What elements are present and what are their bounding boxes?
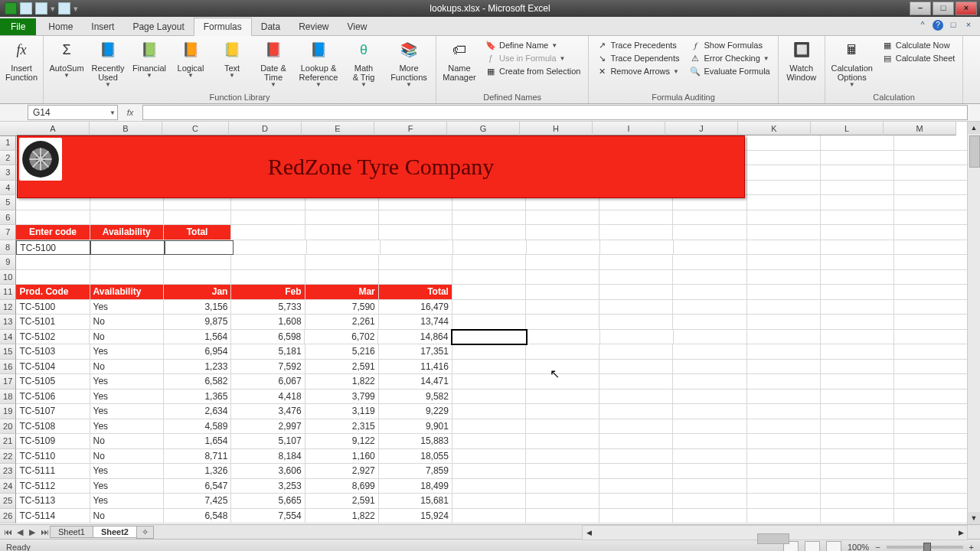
cell[interactable] xyxy=(526,479,599,494)
row-header[interactable]: 16 xyxy=(0,360,16,375)
cell[interactable] xyxy=(526,344,599,360)
cell[interactable] xyxy=(821,195,894,210)
cell[interactable]: 1,564 xyxy=(164,330,232,345)
cell[interactable] xyxy=(305,210,379,226)
col-header-L[interactable]: L xyxy=(811,122,884,135)
cell[interactable]: 13,744 xyxy=(379,315,452,330)
cell[interactable] xyxy=(821,449,894,465)
cell[interactable] xyxy=(599,464,673,479)
cell[interactable] xyxy=(599,210,673,226)
name-box[interactable]: G14▼ xyxy=(28,105,118,120)
cell[interactable]: TC-5113 xyxy=(16,494,90,509)
cell[interactable]: Total xyxy=(164,225,232,240)
cell[interactable] xyxy=(747,360,821,375)
col-header-J[interactable]: J xyxy=(665,122,738,135)
column-headers[interactable]: ABCDEFGHIJKLM xyxy=(17,122,968,135)
col-header-C[interactable]: C xyxy=(162,122,229,135)
cell[interactable]: 6,954 xyxy=(164,344,232,360)
cell[interactable]: No xyxy=(90,330,163,345)
cell[interactable] xyxy=(452,479,526,494)
cell[interactable] xyxy=(673,285,746,300)
cell[interactable]: 6,547 xyxy=(164,479,232,494)
cell[interactable] xyxy=(527,240,600,256)
cell[interactable] xyxy=(747,449,821,465)
cell[interactable] xyxy=(452,300,526,315)
cell[interactable]: 3,156 xyxy=(164,300,232,315)
cell[interactable] xyxy=(381,240,454,256)
col-header-E[interactable]: E xyxy=(302,122,374,135)
cell[interactable] xyxy=(821,255,894,270)
row-header[interactable]: 9 xyxy=(0,255,16,270)
cell[interactable] xyxy=(894,165,968,181)
cell[interactable] xyxy=(452,225,526,240)
row-header[interactable]: 2 xyxy=(0,151,16,166)
cell[interactable] xyxy=(526,300,599,315)
cell[interactable] xyxy=(165,240,234,256)
cell[interactable]: Yes xyxy=(90,374,164,390)
cell[interactable] xyxy=(599,270,673,285)
new-sheet-button[interactable]: ✧ xyxy=(136,526,154,539)
cell[interactable] xyxy=(673,255,746,270)
cell[interactable]: 7,554 xyxy=(231,509,305,524)
cell[interactable] xyxy=(821,270,894,285)
cell[interactable]: 1,654 xyxy=(164,434,232,449)
cell[interactable] xyxy=(894,479,968,494)
zoom-slider[interactable] xyxy=(887,546,963,549)
cell[interactable] xyxy=(452,270,526,285)
cell[interactable] xyxy=(379,270,452,285)
calculate-sheet-button[interactable]: ▤Calculate Sheet xyxy=(879,52,959,64)
col-header-H[interactable]: H xyxy=(520,122,593,135)
cell[interactable] xyxy=(16,270,90,285)
cell[interactable] xyxy=(599,374,673,390)
sheet-nav-last[interactable]: ⏭ xyxy=(38,527,51,537)
cell[interactable] xyxy=(673,509,746,524)
cell[interactable] xyxy=(599,434,673,449)
cell[interactable] xyxy=(894,360,968,375)
cell[interactable]: 1,233 xyxy=(164,360,232,375)
evaluate-formula-button[interactable]: 🔍Evaluate Formula xyxy=(687,65,773,77)
cell[interactable]: Availability xyxy=(90,285,164,300)
cell[interactable] xyxy=(453,240,527,256)
scroll-up-button[interactable]: ▲ xyxy=(968,122,980,134)
cell[interactable] xyxy=(747,509,821,524)
cell[interactable] xyxy=(894,509,968,524)
cell[interactable] xyxy=(452,404,526,419)
cell[interactable] xyxy=(894,434,968,449)
cell[interactable] xyxy=(90,210,164,226)
cell[interactable] xyxy=(821,494,894,509)
cell[interactable]: TC-5106 xyxy=(16,390,90,405)
cell[interactable] xyxy=(452,390,526,405)
cell[interactable] xyxy=(90,255,164,270)
trace-dependents-button[interactable]: ↘Trace Dependents xyxy=(593,52,682,64)
cell[interactable]: Mar xyxy=(305,285,379,300)
cell[interactable] xyxy=(452,419,526,435)
more-functions-button[interactable]: 📚More Functions▼ xyxy=(385,37,433,90)
cell[interactable] xyxy=(894,300,968,315)
row-header[interactable]: 19 xyxy=(0,404,16,419)
cell[interactable] xyxy=(747,479,821,494)
cell[interactable]: TC-5110 xyxy=(16,449,90,465)
cell[interactable] xyxy=(747,151,821,166)
cell[interactable] xyxy=(231,270,305,285)
cell[interactable]: 7,590 xyxy=(305,300,379,315)
cell[interactable] xyxy=(821,330,894,345)
cell[interactable] xyxy=(747,270,821,285)
cell[interactable] xyxy=(526,225,599,240)
row-header[interactable]: 13 xyxy=(0,315,16,330)
cell[interactable]: TC-5109 xyxy=(16,434,90,449)
define-name-button[interactable]: 🔖Define Name ▼ xyxy=(482,39,583,51)
tab-formulas[interactable]: Formulas xyxy=(194,18,252,36)
cell[interactable] xyxy=(894,374,968,390)
cell[interactable] xyxy=(894,494,968,509)
cell[interactable] xyxy=(821,419,894,435)
cell[interactable] xyxy=(894,404,968,419)
cell[interactable] xyxy=(747,300,821,315)
sheet-tab-1[interactable]: Sheet1 xyxy=(50,526,93,538)
cell[interactable]: 2,634 xyxy=(164,404,232,419)
cell[interactable] xyxy=(526,509,599,524)
cell[interactable] xyxy=(673,390,746,405)
cell[interactable] xyxy=(234,240,307,256)
cell[interactable]: 2,315 xyxy=(305,419,379,435)
cell[interactable] xyxy=(673,419,746,435)
cell[interactable]: TC-5100 xyxy=(16,240,90,256)
